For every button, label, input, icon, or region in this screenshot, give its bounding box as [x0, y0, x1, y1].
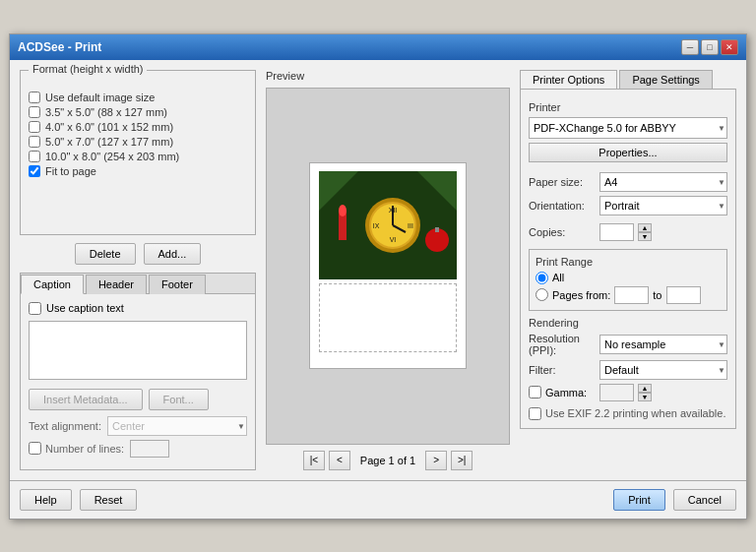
copies-label: Copies:: [529, 226, 596, 238]
format-checkbox-4[interactable]: [29, 151, 40, 162]
title-bar-controls: ─ □ ✕: [681, 39, 738, 55]
text-alignment-row: Text alignment: Center Left Right ▼: [29, 416, 247, 436]
format-checkbox-3[interactable]: [29, 136, 40, 148]
number-of-lines-label[interactable]: Number of lines:: [29, 442, 124, 455]
format-buttons: Delete Add...: [20, 243, 256, 265]
preview-area: XII VI IX III: [266, 88, 510, 445]
caption-tab-content: Use caption text Insert Metadata... Font…: [21, 294, 255, 469]
main-content: Format (height x width) Use default imag…: [10, 60, 746, 480]
tab-caption[interactable]: Caption: [21, 275, 84, 294]
number-of-lines-input[interactable]: 1: [130, 440, 169, 458]
help-button[interactable]: Help: [20, 489, 72, 511]
nav-last-button[interactable]: >|: [451, 451, 472, 470]
bottom-right-buttons: Print Cancel: [613, 489, 736, 511]
tab-header[interactable]: Header: [86, 275, 147, 294]
filter-select[interactable]: Default Bilinear Bicubic: [599, 360, 727, 380]
tab-footer[interactable]: Footer: [149, 275, 206, 294]
caption-tabs-header: Caption Header Footer: [21, 274, 255, 294]
gamma-input-group: 1.20 ▲ ▼: [599, 384, 652, 401]
insert-metadata-button[interactable]: Insert Metadata...: [29, 389, 143, 410]
format-group: Format (height x width) Use default imag…: [20, 70, 256, 235]
maximize-button[interactable]: □: [701, 39, 719, 55]
format-option-2[interactable]: 4.0" x 6.0" (101 x 152 mm): [29, 121, 247, 133]
resolution-select-wrap: No resample 72 150 300 ▼: [599, 335, 727, 354]
close-button[interactable]: ✕: [721, 39, 738, 55]
gamma-decrement[interactable]: ▼: [638, 393, 652, 401]
format-option-5[interactable]: Fit to page: [29, 165, 247, 177]
format-checkbox-2[interactable]: [29, 121, 40, 133]
reset-button[interactable]: Reset: [80, 489, 138, 511]
gamma-checkbox[interactable]: [529, 386, 541, 399]
copies-row: Copies: 1 ▲ ▼: [529, 219, 727, 245]
window-title: ACDSee - Print: [18, 40, 101, 54]
svg-text:III: III: [408, 222, 413, 229]
format-checkbox-1[interactable]: [29, 106, 40, 118]
format-option-4[interactable]: 10.0" x 8.0" (254 x 203 mm): [29, 151, 247, 162]
gamma-input[interactable]: 1.20: [599, 384, 634, 401]
print-button[interactable]: Print: [613, 489, 665, 511]
delete-button[interactable]: Delete: [75, 243, 136, 265]
number-of-lines-row: Number of lines: 1: [29, 440, 247, 458]
resolution-select[interactable]: No resample 72 150 300: [599, 335, 727, 354]
preview-page: XII VI IX III: [309, 162, 467, 369]
tab-printer-options[interactable]: Printer Options: [520, 70, 617, 89]
print-range-label: Print Range: [536, 256, 721, 268]
pages-to-input[interactable]: 1: [666, 286, 701, 304]
format-checkbox-5[interactable]: [29, 165, 40, 177]
right-panel: Printer Options Page Settings Printer PD…: [520, 70, 736, 470]
exif-label[interactable]: Use EXIF 2.2 printing when available.: [529, 407, 727, 420]
caption-textarea[interactable]: [29, 321, 247, 380]
font-button[interactable]: Font...: [149, 389, 209, 410]
all-radio[interactable]: [536, 272, 548, 284]
rendering-label: Rendering: [529, 317, 727, 329]
orientation-select-wrap: Portrait Landscape ▼: [599, 196, 727, 215]
nav-prev-button[interactable]: <: [329, 451, 350, 470]
format-option-1[interactable]: 3.5" x 5.0" (88 x 127 mm): [29, 106, 247, 118]
paper-size-select[interactable]: A4 A3 Letter: [599, 172, 727, 192]
paper-size-label: Paper size:: [529, 176, 596, 188]
gamma-label-group[interactable]: Gamma:: [529, 386, 596, 399]
use-caption-checkbox[interactable]: [29, 302, 41, 315]
all-radio-row: All: [536, 272, 721, 284]
copies-increment[interactable]: ▲: [638, 223, 652, 232]
svg-point-4: [339, 205, 346, 216]
copies-input[interactable]: 1: [599, 223, 634, 241]
printer-tabs-header: Printer Options Page Settings: [520, 70, 736, 90]
copies-decrement[interactable]: ▼: [638, 232, 652, 241]
copies-input-group: 1 ▲ ▼: [599, 223, 652, 241]
minimize-button[interactable]: ─: [681, 39, 699, 55]
number-of-lines-checkbox[interactable]: [29, 442, 41, 455]
pages-to-label: to: [653, 289, 662, 301]
cancel-button[interactable]: Cancel: [673, 489, 736, 511]
text-alignment-label: Text alignment:: [29, 420, 101, 432]
preview-nav: |< < Page 1 of 1 > >|: [266, 451, 510, 470]
nav-first-button[interactable]: |<: [303, 451, 325, 470]
svg-text:IX: IX: [373, 222, 380, 229]
exif-checkbox[interactable]: [529, 407, 541, 420]
filter-select-wrap: Default Bilinear Bicubic ▼: [599, 360, 727, 380]
format-checkbox-0[interactable]: [29, 92, 40, 103]
copies-spinner: ▲ ▼: [638, 223, 652, 241]
text-alignment-select[interactable]: Center Left Right: [107, 416, 247, 436]
svg-text:VI: VI: [390, 236, 397, 243]
printer-options-content: Printer PDF-XChange 5.0 for ABBYY ▼ Prop…: [520, 90, 736, 429]
caption-tabs-container: Caption Header Footer Use caption text I…: [20, 273, 256, 470]
clock-thumbnail: XII VI IX III: [319, 171, 457, 279]
properties-button[interactable]: Properties...: [529, 143, 727, 162]
format-option-3[interactable]: 5.0" x 7.0" (127 x 177 mm): [29, 136, 247, 148]
preview-image: XII VI IX III: [319, 171, 457, 279]
use-caption-label[interactable]: Use caption text: [29, 302, 247, 315]
orientation-select[interactable]: Portrait Landscape: [599, 196, 727, 215]
add-button[interactable]: Add...: [144, 243, 202, 265]
tab-page-settings[interactable]: Page Settings: [619, 70, 713, 89]
caption-action-buttons: Insert Metadata... Font...: [29, 389, 247, 410]
filter-row: Filter: Default Bilinear Bicubic ▼: [529, 360, 727, 380]
gamma-increment[interactable]: ▲: [638, 384, 652, 393]
gamma-spinner: ▲ ▼: [638, 384, 652, 401]
pages-from-input[interactable]: 1: [614, 286, 649, 304]
nav-next-button[interactable]: >: [425, 451, 447, 470]
printer-select[interactable]: PDF-XChange 5.0 for ABBYY: [529, 117, 727, 139]
bottom-bar: Help Reset Print Cancel: [10, 480, 746, 519]
format-option-0[interactable]: Use default image size: [29, 92, 247, 103]
pages-from-radio[interactable]: [536, 288, 548, 301]
